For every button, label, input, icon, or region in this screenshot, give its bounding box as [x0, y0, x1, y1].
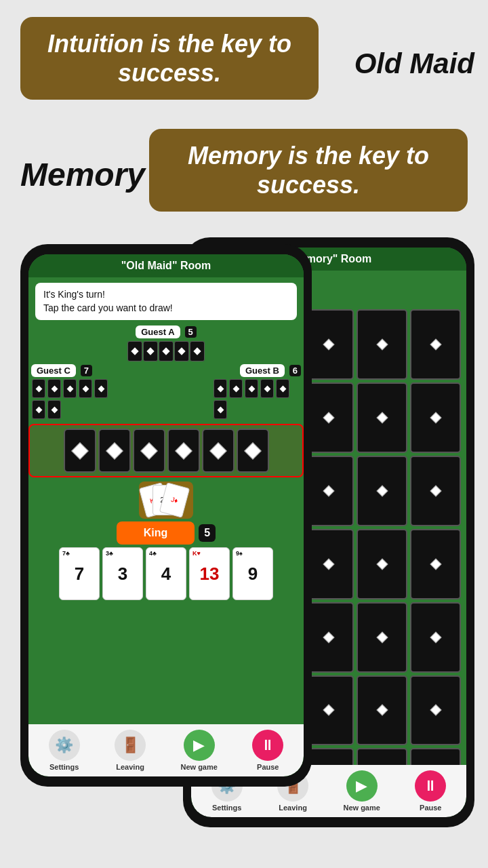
message-box: It's King's turn! Tap the card you want … — [35, 283, 297, 320]
memory-card[interactable] — [410, 675, 461, 746]
back-pause-label: Pause — [420, 804, 441, 812]
memory-card[interactable] — [357, 602, 407, 673]
guest-c-card — [94, 379, 108, 398]
guest-c-card — [32, 400, 45, 419]
guest-b-card — [214, 400, 227, 419]
guest-c-card — [63, 379, 77, 398]
back-newgame-label: New game — [343, 804, 380, 812]
guest-a-card-row — [127, 341, 205, 361]
front-leaving-btn[interactable]: 🚪 Leaving — [115, 730, 146, 771]
king-button: King — [117, 521, 195, 545]
guest-c-player: Guest C 7 — [31, 364, 119, 420]
front-settings-icon: ⚙️ — [49, 730, 80, 761]
front-newgame-icon: ▶ — [184, 730, 215, 761]
memory-card[interactable] — [410, 309, 461, 380]
back-newgame-btn[interactable]: ▶ New game — [343, 770, 380, 812]
guest-a-card — [127, 341, 142, 361]
front-pause-icon: ⏸ — [252, 730, 283, 761]
newgame-icon: ▶ — [346, 770, 378, 802]
memory-text: Memory is the key to success. — [164, 141, 453, 199]
front-pause-label: Pause — [257, 763, 279, 771]
memory-card[interactable] — [410, 529, 461, 599]
drawn-cards-area: K♥ 2♣ J♦ — [28, 481, 304, 519]
message-line1: It's King's turn! — [43, 288, 289, 302]
guest-b-cards — [213, 378, 301, 420]
back-leaving-label: Leaving — [279, 804, 307, 812]
guest-a-card — [143, 341, 158, 361]
front-leaving-icon: 🚪 — [115, 730, 146, 761]
king-selectable-card[interactable] — [98, 429, 131, 473]
king-selectable-card[interactable] — [237, 429, 269, 473]
intuition-box: Intuition is the key to success. — [20, 17, 319, 100]
guest-b-label: Guest B — [240, 364, 285, 377]
guest-b-card — [214, 379, 227, 398]
guest-a-info: Guest A 5 — [136, 326, 197, 338]
intuition-text: Intuition is the key to success. — [35, 29, 304, 87]
top-section: Intuition is the key to success. Old Mai… — [0, 0, 488, 251]
front-settings-label: Settings — [49, 763, 79, 771]
guest-a-card — [190, 341, 205, 361]
hand-card[interactable]: 7♣7 — [59, 547, 100, 600]
guest-a-count: 5 — [185, 326, 197, 338]
guest-c-card — [47, 400, 61, 419]
guest-c-count: 7 — [81, 365, 92, 376]
old-maid-label: Old Maid — [354, 47, 474, 80]
king-selectable-cards[interactable] — [28, 424, 304, 477]
guest-b-info: Guest B 6 — [240, 364, 301, 377]
hand-cards-row: 7♣73♣34♣4K♥139♠9 — [28, 547, 304, 600]
guest-b-card — [260, 379, 274, 398]
front-bottom-bar: ⚙️ Settings 🚪 Leaving ▶ New game ⏸ Pause — [28, 724, 304, 776]
back-pause-btn[interactable]: ⏸ Pause — [415, 770, 446, 812]
memory-card[interactable] — [357, 456, 407, 526]
king-count: 5 — [199, 524, 216, 542]
guest-b-card — [245, 379, 258, 398]
front-settings-btn[interactable]: ⚙️ Settings — [49, 730, 80, 771]
hand-card[interactable]: 3♣3 — [102, 547, 143, 600]
hand-card[interactable]: 4♣4 — [146, 547, 186, 600]
front-room-title: "Old Maid" Room — [28, 254, 304, 277]
front-phone: "Old Maid" Room It's King's turn! Tap th… — [20, 244, 312, 787]
hand-card[interactable]: K♥13 — [189, 547, 230, 600]
guest-a-cards — [28, 341, 304, 361]
guest-a-label: Guest A — [136, 326, 180, 338]
front-newgame-btn[interactable]: ▶ New game — [180, 730, 217, 771]
king-row: King 5 — [28, 521, 304, 545]
guest-c-cards — [31, 378, 119, 420]
drawn-card-fan: K♥ 2♣ J♦ — [139, 481, 193, 519]
guest-a-card — [159, 341, 174, 361]
memory-label: Memory — [20, 156, 145, 193]
guest-c-card — [47, 379, 61, 398]
guest-c-info: Guest C 7 — [31, 364, 92, 377]
guest-a-row: Guest A 5 — [28, 326, 304, 338]
front-pause-btn[interactable]: ⏸ Pause — [252, 730, 283, 771]
hand-card[interactable]: 9♠9 — [232, 547, 273, 600]
memory-box: Memory is the key to success. — [149, 129, 468, 212]
memory-card[interactable] — [357, 382, 407, 453]
pause-icon: ⏸ — [415, 770, 446, 802]
front-newgame-label: New game — [180, 763, 217, 771]
memory-card[interactable] — [410, 382, 461, 453]
guest-a-card — [174, 341, 189, 361]
front-leaving-label: Leaving — [116, 763, 144, 771]
guest-b-count: 6 — [289, 365, 301, 376]
back-settings-label: Settings — [212, 804, 241, 812]
guest-b-card — [276, 379, 289, 398]
king-selectable-card[interactable] — [202, 429, 235, 473]
memory-card[interactable] — [410, 456, 461, 526]
memory-card[interactable] — [357, 675, 407, 746]
side-players: Guest C 7 Guest B 6 — [28, 364, 304, 420]
guest-c-card — [32, 379, 45, 398]
memory-card[interactable] — [357, 529, 407, 599]
king-selectable-card[interactable] — [64, 429, 96, 473]
guest-c-label: Guest C — [31, 364, 76, 377]
king-selectable-card[interactable] — [167, 429, 200, 473]
guest-b-player: Guest B 6 — [213, 364, 301, 420]
front-screen: "Old Maid" Room It's King's turn! Tap th… — [28, 254, 304, 776]
message-line2: Tap the card you want to draw! — [43, 302, 289, 315]
memory-card[interactable] — [357, 309, 407, 380]
memory-card[interactable] — [410, 602, 461, 673]
king-selectable-card[interactable] — [133, 429, 165, 473]
guest-c-card — [79, 379, 92, 398]
guest-b-card — [229, 379, 243, 398]
